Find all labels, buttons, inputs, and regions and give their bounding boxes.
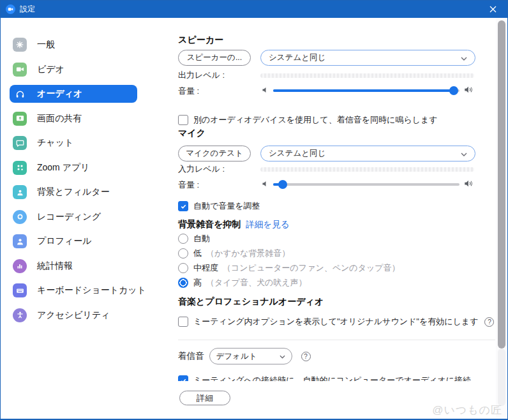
speaker-quiet-icon (262, 85, 269, 96)
radio-low-label: 低 (193, 248, 202, 259)
input-level-meter (260, 167, 474, 172)
radio-auto[interactable] (178, 234, 188, 244)
speaker-volume-track[interactable] (273, 89, 459, 92)
close-icon[interactable] (478, 1, 507, 18)
ringtone-label: 着信音 (178, 350, 204, 362)
sidebar-item-video[interactable]: ビデオ (10, 61, 137, 79)
speaker-device-dropdown[interactable]: システムと同じ (260, 50, 475, 66)
mic-volume-label: 音量 : (178, 179, 199, 191)
accessibility-icon (13, 308, 27, 322)
sidebar-item-label: Zoom アプリ (37, 162, 90, 174)
titlebar: 設定 (1, 1, 507, 18)
watermark: @いつもの匠 (432, 403, 502, 417)
sidebar-item-label: アクセシビリティ (37, 310, 110, 321)
music-audio-heading: 音楽とプロフェショナルオーディオ (178, 296, 324, 308)
mic-loud-icon (464, 179, 474, 191)
noise-option-auto: 自動 (178, 233, 210, 244)
sidebar-item-recording[interactable]: レコーディング (10, 208, 137, 226)
sidebar-item-statistics[interactable]: 統計情報 (10, 257, 137, 275)
separate-ringtone-label: 別のオーディオデバイスを使用して、着信音を同時に鳴らします (193, 114, 437, 126)
radio-high-note: （タイプ音、犬の吠え声） (206, 277, 307, 289)
speaker-test-button[interactable]: スピーカーの... (178, 50, 251, 66)
radio-auto-label: 自動 (193, 233, 210, 244)
mic-volume-thumb[interactable] (278, 180, 287, 189)
speaker-volume-slider (262, 84, 474, 97)
stats-icon (13, 259, 27, 273)
mic-volume-slider (262, 178, 474, 191)
radio-medium-label: 中程度 (193, 262, 218, 274)
help-icon[interactable]: ? (484, 317, 494, 327)
mic-quiet-icon (262, 179, 269, 190)
mic-test-button[interactable]: マイクのテスト (178, 146, 251, 161)
sidebar-item-screen-share[interactable]: 画面の共有 (10, 110, 137, 128)
auto-volume-row: 自動で音量を調整 (178, 200, 260, 212)
sidebar-item-background-filters[interactable]: 背景とフィルター (10, 183, 137, 201)
mic-volume-track[interactable] (273, 183, 459, 186)
sidebar-item-label: チャット (37, 137, 73, 149)
auto-join-label: ミーティングへの接続時に、自動的にコンピューターでオーディオに接続 (193, 375, 471, 381)
sidebar-item-general[interactable]: 一般 (10, 36, 137, 54)
chat-icon (13, 136, 27, 150)
window-title: 設定 (20, 4, 35, 15)
speaker-loud-icon (464, 85, 474, 97)
screen-share-icon (13, 112, 27, 126)
auto-volume-checkbox[interactable] (178, 201, 188, 211)
ringtone-value: デフォルト (216, 351, 257, 362)
sidebar-item-zoom-apps[interactable]: Zoom アプリ (10, 159, 137, 177)
keyboard-icon (13, 283, 27, 297)
chevron-down-icon (461, 149, 467, 158)
sidebar-item-chat[interactable]: チャット (10, 134, 137, 152)
chevron-down-icon (461, 54, 467, 63)
sidebar-item-keyboard-shortcuts[interactable]: キーボードショートカット (10, 281, 137, 299)
noise-option-medium: 中程度 （コンピューターのファン、ペンのタップ音） (178, 262, 400, 274)
advanced-button[interactable]: 詳細 (179, 391, 230, 405)
ringtone-row: 着信音 デフォルト ? (178, 348, 311, 364)
original-sound-row: ミーティング内オプションを表示して"オリジナルサウンド"を有効にします ? (178, 316, 494, 327)
separate-ringtone-row: 別のオーディオデバイスを使用して、着信音を同時に鳴らします (178, 114, 437, 126)
speaker-volume-thumb[interactable] (449, 86, 458, 95)
help-icon[interactable]: ? (301, 352, 311, 361)
chevron-down-icon (280, 352, 285, 361)
output-level-label: 出力レベル : (178, 70, 225, 81)
sidebar-item-label: 一般 (37, 39, 55, 50)
input-level-label: 入力レベル : (178, 163, 225, 175)
clipped-row-viewport: ミーティングへの接続時に、自動的にコンピューターでオーディオに接続 (178, 373, 495, 381)
ringtone-dropdown[interactable]: デフォルト (209, 348, 292, 364)
speaker-volume-label: 音量 : (178, 86, 199, 97)
gear-icon (13, 38, 27, 52)
mic-device-value: システムと同じ (269, 148, 325, 159)
separate-ringtone-checkbox[interactable] (178, 115, 188, 125)
scrollbar-thumb[interactable] (498, 20, 505, 349)
auto-join-row: ミーティングへの接続時に、自動的にコンピューターでオーディオに接続 (178, 373, 495, 381)
settings-sidebar: 一般 ビデオ オーディオ 画面の共有 チャット (1, 18, 167, 419)
output-level-meter (260, 73, 474, 78)
sidebar-item-label: 統計情報 (37, 260, 73, 272)
mic-heading: マイク (178, 128, 205, 139)
zoom-camera-icon (6, 4, 15, 14)
sidebar-item-accessibility[interactable]: アクセシビリティ (10, 306, 137, 324)
sidebar-item-label: レコーディング (37, 211, 101, 223)
auto-join-checkbox[interactable] (178, 375, 188, 381)
sidebar-item-profile[interactable]: プロフィール (10, 232, 137, 250)
headphones-icon (13, 87, 27, 101)
scrollbar-track[interactable] (498, 349, 505, 406)
auto-volume-label: 自動で音量を調整 (193, 200, 260, 212)
profile-icon (13, 234, 27, 248)
radio-low[interactable] (178, 248, 188, 259)
radio-high[interactable] (178, 278, 188, 288)
noise-suppression-heading: 背景雑音を抑制 (178, 219, 241, 230)
noise-option-high: 高 （タイプ音、犬の吠え声） (178, 277, 307, 289)
sidebar-item-label: ビデオ (37, 64, 64, 75)
noise-option-low: 低 （かすかな背景雑音） (178, 248, 290, 259)
speaker-heading: スピーカー (178, 34, 223, 46)
settings-window: 設定 一般 ビデオ オーディオ 画面の共有 (0, 0, 508, 420)
sidebar-item-label: オーディオ (37, 88, 82, 100)
background-person-icon (13, 185, 27, 199)
mic-device-dropdown[interactable]: システムと同じ (260, 146, 475, 161)
radio-medium[interactable] (178, 263, 188, 273)
video-icon (13, 63, 27, 77)
sidebar-item-audio[interactable]: オーディオ (10, 85, 137, 103)
original-sound-checkbox[interactable] (178, 317, 188, 327)
noise-details-link[interactable]: 詳細を見る (246, 219, 289, 230)
scrollbar[interactable] (496, 18, 507, 417)
